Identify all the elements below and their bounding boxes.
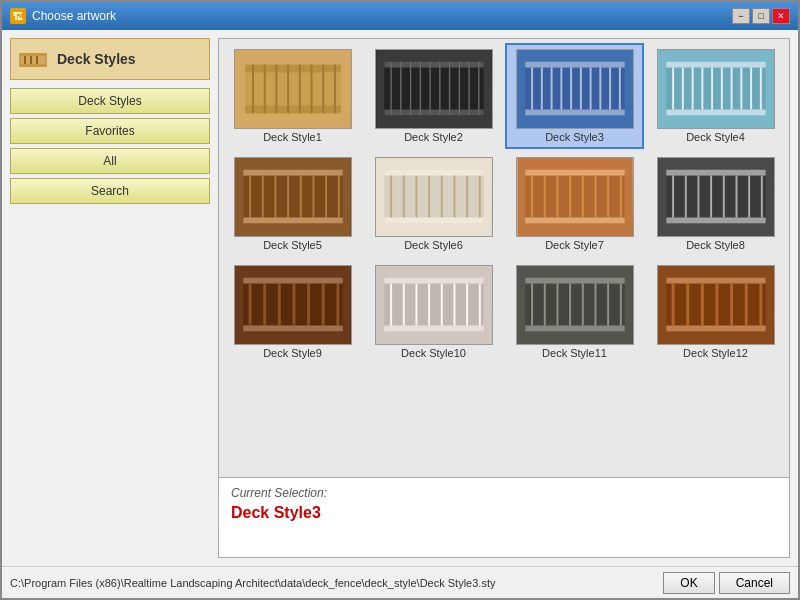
- svg-rect-134: [525, 278, 624, 284]
- svg-rect-49: [666, 62, 765, 68]
- svg-rect-135: [525, 325, 624, 331]
- svg-rect-146: [666, 278, 765, 284]
- deck-styles-button[interactable]: Deck Styles: [10, 88, 210, 114]
- svg-rect-112: [243, 325, 342, 331]
- deck-style12-svg: [658, 266, 774, 344]
- minimize-button[interactable]: −: [732, 8, 750, 24]
- grid-item-5[interactable]: Deck Style5: [223, 151, 362, 257]
- deck-style1-svg: [235, 50, 351, 128]
- svg-rect-86: [525, 170, 624, 224]
- deck-style9-svg: [235, 266, 351, 344]
- deck-style5-label: Deck Style5: [263, 239, 322, 251]
- grid-item-8[interactable]: Deck Style8: [646, 151, 785, 257]
- deck-style8-svg: [658, 158, 774, 236]
- svg-rect-98: [666, 170, 765, 224]
- maximize-button[interactable]: □: [752, 8, 770, 24]
- deck-style2-label: Deck Style2: [404, 131, 463, 143]
- ok-button[interactable]: OK: [663, 572, 714, 594]
- all-button[interactable]: All: [10, 148, 210, 174]
- svg-rect-5: [20, 53, 46, 56]
- bottom-bar: C:\Program Files (x86)\Realtime Landscap…: [2, 566, 798, 598]
- svg-rect-62: [243, 170, 342, 224]
- window-icon: 🏗: [10, 8, 26, 24]
- grid-item-3[interactable]: Deck Style3: [505, 43, 644, 149]
- deck-style8-image: [657, 157, 775, 237]
- artwork-grid-scroll[interactable]: Deck Style1: [219, 39, 789, 477]
- svg-rect-87: [525, 170, 624, 176]
- window-title: Choose artwork: [32, 9, 116, 23]
- deck-style3-svg: [517, 50, 633, 128]
- grid-item-11[interactable]: Deck Style11: [505, 259, 644, 365]
- svg-rect-64: [243, 217, 342, 223]
- deck-style6-svg: [376, 158, 492, 236]
- svg-rect-88: [525, 217, 624, 223]
- grid-item-7[interactable]: Deck Style7: [505, 151, 644, 257]
- deck-style4-label: Deck Style4: [686, 131, 745, 143]
- grid-item-9[interactable]: Deck Style9: [223, 259, 362, 365]
- svg-rect-133: [525, 278, 624, 332]
- deck-style12-image: [657, 265, 775, 345]
- selection-label: Current Selection:: [231, 486, 777, 500]
- deck-style5-image: [234, 157, 352, 237]
- deck-style7-svg: [517, 158, 633, 236]
- deck-style7-image: [516, 157, 634, 237]
- deck-style11-image: [516, 265, 634, 345]
- main-window: 🏗 Choose artwork − □ ✕ Deck S: [0, 0, 800, 600]
- deck-style3-label: Deck Style3: [545, 131, 604, 143]
- file-path: C:\Program Files (x86)\Realtime Landscap…: [10, 577, 655, 589]
- deck-style8-label: Deck Style8: [686, 239, 745, 251]
- grid-item-12[interactable]: Deck Style12: [646, 259, 785, 365]
- svg-rect-9: [245, 65, 341, 73]
- svg-rect-6: [20, 64, 46, 67]
- deck-style1-image: [234, 49, 352, 129]
- svg-rect-75: [384, 170, 483, 176]
- deck-style9-image: [234, 265, 352, 345]
- right-panel: Deck Style1: [218, 38, 790, 558]
- deck-style5-svg: [235, 158, 351, 236]
- action-buttons: OK Cancel: [663, 572, 790, 594]
- svg-rect-35: [525, 62, 624, 68]
- deck-style12-label: Deck Style12: [683, 347, 748, 359]
- close-button[interactable]: ✕: [772, 8, 790, 24]
- svg-rect-121: [384, 278, 483, 332]
- grid-item-1[interactable]: Deck Style1: [223, 43, 362, 149]
- grid-item-10[interactable]: Deck Style10: [364, 259, 503, 365]
- deck-style2-image: [375, 49, 493, 129]
- title-bar: 🏗 Choose artwork − □ ✕: [2, 2, 798, 30]
- svg-rect-147: [666, 325, 765, 331]
- grid-item-2[interactable]: Deck Style2: [364, 43, 503, 149]
- deck-style3-image: [516, 49, 634, 129]
- svg-rect-36: [525, 109, 624, 115]
- svg-rect-100: [666, 217, 765, 223]
- svg-rect-74: [384, 170, 483, 224]
- deck-style10-image: [375, 265, 493, 345]
- deck-style10-svg: [376, 266, 492, 344]
- deck-style11-label: Deck Style11: [542, 347, 607, 359]
- nav-buttons: Deck Styles Favorites All Search: [10, 88, 210, 204]
- deck-styles-icon: [19, 45, 51, 73]
- svg-rect-10: [245, 106, 341, 114]
- deck-style10-label: Deck Style10: [401, 347, 466, 359]
- selection-value: Deck Style3: [231, 504, 777, 522]
- svg-rect-50: [666, 109, 765, 115]
- deck-style1-label: Deck Style1: [263, 131, 322, 143]
- search-button[interactable]: Search: [10, 178, 210, 204]
- artwork-grid: Deck Style1: [223, 43, 785, 365]
- svg-rect-123: [384, 325, 483, 331]
- grid-item-6[interactable]: Deck Style6: [364, 151, 503, 257]
- deck-style6-label: Deck Style6: [404, 239, 463, 251]
- title-buttons: − □ ✕: [732, 8, 790, 24]
- deck-style7-label: Deck Style7: [545, 239, 604, 251]
- grid-item-4[interactable]: Deck Style4: [646, 43, 785, 149]
- selection-panel: Current Selection: Deck Style3: [219, 477, 789, 557]
- svg-rect-63: [243, 170, 342, 176]
- svg-rect-122: [384, 278, 483, 284]
- title-bar-left: 🏗 Choose artwork: [10, 8, 116, 24]
- svg-rect-99: [666, 170, 765, 176]
- deck-style9-label: Deck Style9: [263, 347, 322, 359]
- deck-style4-image: [657, 49, 775, 129]
- deck-style11-svg: [517, 266, 633, 344]
- favorites-button[interactable]: Favorites: [10, 118, 210, 144]
- deck-style6-image: [375, 157, 493, 237]
- cancel-button[interactable]: Cancel: [719, 572, 790, 594]
